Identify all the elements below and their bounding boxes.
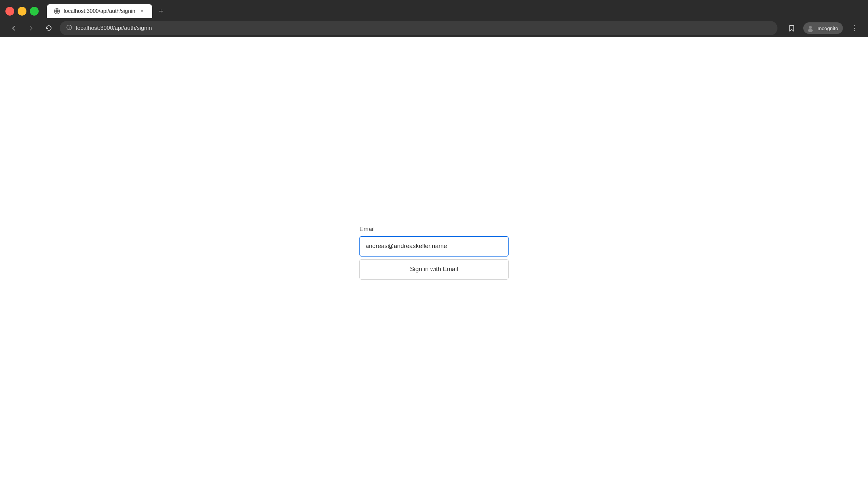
- incognito-icon: [806, 24, 815, 33]
- svg-text:i: i: [69, 26, 70, 29]
- browser-tab[interactable]: localhost:3000/api/auth/signin ×: [47, 4, 152, 18]
- browser-chrome: localhost:3000/api/auth/signin × +: [0, 0, 868, 37]
- tab-title: localhost:3000/api/auth/signin: [64, 8, 135, 14]
- address-path: 3000/api/auth/signin: [100, 25, 152, 31]
- svg-point-4: [809, 26, 812, 29]
- email-label: Email: [359, 226, 375, 233]
- back-button[interactable]: [7, 21, 20, 35]
- page-content: Email Sign in with Email: [0, 37, 868, 488]
- email-input[interactable]: [359, 236, 509, 257]
- browser-menu-button[interactable]: ⋮: [848, 22, 861, 34]
- tab-close-button[interactable]: ×: [139, 8, 145, 15]
- address-bar-actions: Incognito ⋮: [786, 22, 861, 34]
- address-bar[interactable]: i localhost:3000/api/auth/signin: [60, 21, 777, 35]
- signin-form: Email Sign in with Email: [359, 226, 509, 280]
- address-text: localhost:3000/api/auth/signin: [76, 25, 152, 32]
- bookmark-button[interactable]: [786, 22, 798, 34]
- window-controls: [5, 7, 39, 16]
- address-host: localhost:: [76, 25, 100, 31]
- close-button[interactable]: [5, 7, 14, 16]
- tab-bar: localhost:3000/api/auth/signin × +: [0, 0, 868, 19]
- maximize-button[interactable]: [30, 7, 39, 16]
- tab-favicon-icon: [54, 8, 60, 15]
- svg-point-0: [54, 8, 60, 14]
- signin-button[interactable]: Sign in with Email: [359, 259, 509, 280]
- address-bar-row: i localhost:3000/api/auth/signin: [0, 19, 868, 37]
- security-icon: i: [66, 25, 72, 32]
- incognito-badge[interactable]: Incognito: [803, 22, 843, 34]
- incognito-label: Incognito: [817, 25, 838, 31]
- new-tab-button[interactable]: +: [155, 5, 167, 17]
- minimize-button[interactable]: [18, 7, 26, 16]
- forward-button[interactable]: [24, 21, 38, 35]
- svg-point-5: [808, 29, 813, 32]
- reload-button[interactable]: [42, 21, 56, 35]
